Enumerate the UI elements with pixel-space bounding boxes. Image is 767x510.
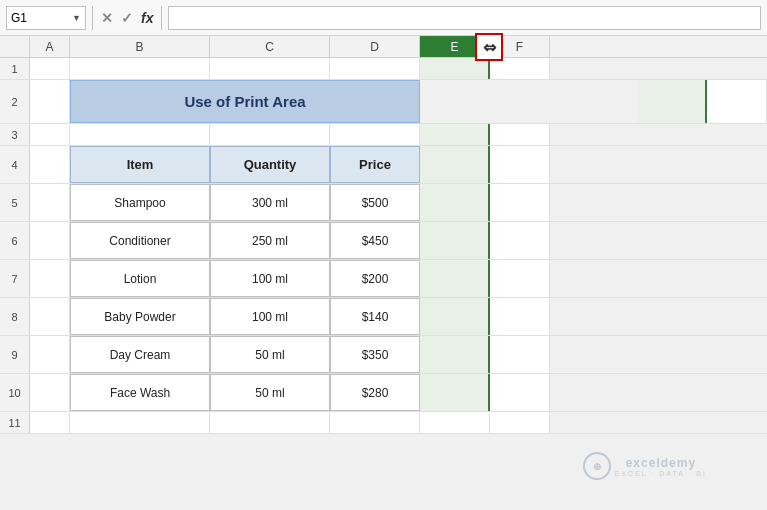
cell-C11[interactable]: [210, 412, 330, 433]
col-header-A[interactable]: A: [30, 36, 70, 57]
row-num-5: 5: [0, 184, 30, 221]
table-title-cell[interactable]: Use of Print Area: [70, 80, 420, 123]
cell-F4[interactable]: [490, 146, 550, 183]
cell-E1[interactable]: [420, 58, 490, 79]
confirm-formula-icon[interactable]: ✓: [119, 10, 135, 26]
cell-F9[interactable]: [490, 336, 550, 373]
cancel-formula-icon[interactable]: ✕: [99, 10, 115, 26]
cell-name-dropdown-arrow[interactable]: ▼: [72, 13, 81, 23]
cell-price-3[interactable]: $200: [330, 260, 420, 297]
header-price-label: Price: [359, 157, 391, 172]
cell-item-3[interactable]: Lotion: [70, 260, 210, 297]
row-num-11: 11: [0, 412, 30, 433]
cell-qty-1[interactable]: 300 ml: [210, 184, 330, 221]
cell-E2[interactable]: [637, 80, 707, 123]
cell-F8[interactable]: [490, 298, 550, 335]
formula-bar-divider: [92, 6, 93, 30]
cell-A2[interactable]: [30, 80, 70, 123]
cell-A1[interactable]: [30, 58, 70, 79]
header-item-label: Item: [127, 157, 154, 172]
cell-E4[interactable]: [420, 146, 490, 183]
formula-icons: ✕ ✓ fx: [99, 10, 155, 26]
cell-E6[interactable]: [420, 222, 490, 259]
row-9: 9 Day Cream 50 ml $350: [0, 336, 767, 374]
cell-item-1[interactable]: Shampoo: [70, 184, 210, 221]
cell-F10[interactable]: [490, 374, 550, 411]
col-header-C[interactable]: C: [210, 36, 330, 57]
cell-E10[interactable]: [420, 374, 490, 411]
cell-item-6[interactable]: Face Wash: [70, 374, 210, 411]
cell-price-5[interactable]: $350: [330, 336, 420, 373]
cell-F3[interactable]: [490, 124, 550, 145]
formula-bar: G1 ▼ ✕ ✓ fx: [0, 0, 767, 36]
cell-A5[interactable]: [30, 184, 70, 221]
header-price[interactable]: Price: [330, 146, 420, 183]
cell-C3[interactable]: [210, 124, 330, 145]
row-11: 11: [0, 412, 767, 434]
cell-E11[interactable]: [420, 412, 490, 433]
row-num-9: 9: [0, 336, 30, 373]
row-2: 2 Use of Print Area: [0, 80, 767, 124]
cell-B1[interactable]: [70, 58, 210, 79]
cell-E3[interactable]: [420, 124, 490, 145]
cell-qty-6[interactable]: 50 ml: [210, 374, 330, 411]
cell-F2[interactable]: [707, 80, 767, 123]
cell-A3[interactable]: [30, 124, 70, 145]
row-5: 5 Shampoo 300 ml $500: [0, 184, 767, 222]
column-resize-cursor[interactable]: ⇔: [475, 33, 503, 61]
cell-qty-2[interactable]: 250 ml: [210, 222, 330, 259]
row-num-2: 2: [0, 80, 30, 123]
resize-move-icon: ⇔: [483, 38, 496, 57]
row-num-1: 1: [0, 58, 30, 79]
row-num-corner: [0, 36, 30, 57]
column-headers-row: A B C D E ⇔ F: [0, 36, 767, 58]
header-quantity[interactable]: Quantity: [210, 146, 330, 183]
col-header-D[interactable]: D: [330, 36, 420, 57]
formula-input[interactable]: [168, 6, 761, 30]
cell-D11[interactable]: [330, 412, 420, 433]
cell-A7[interactable]: [30, 260, 70, 297]
cell-A8[interactable]: [30, 298, 70, 335]
cell-E8[interactable]: [420, 298, 490, 335]
cell-E9[interactable]: [420, 336, 490, 373]
cell-F11[interactable]: [490, 412, 550, 433]
cell-A6[interactable]: [30, 222, 70, 259]
cell-qty-5[interactable]: 50 ml: [210, 336, 330, 373]
cell-F7[interactable]: [490, 260, 550, 297]
row-num-8: 8: [0, 298, 30, 335]
cell-F5[interactable]: [490, 184, 550, 221]
col-header-E[interactable]: E ⇔: [420, 36, 490, 57]
row-6: 6 Conditioner 250 ml $450: [0, 222, 767, 260]
cell-E7[interactable]: [420, 260, 490, 297]
cell-price-6[interactable]: $280: [330, 374, 420, 411]
cell-price-2[interactable]: $450: [330, 222, 420, 259]
header-quantity-label: Quantity: [244, 157, 297, 172]
cell-name-box[interactable]: G1 ▼: [6, 6, 86, 30]
row-8: 8 Baby Powder 100 ml $140: [0, 298, 767, 336]
formula-input-divider: [161, 6, 162, 30]
cell-qty-3[interactable]: 100 ml: [210, 260, 330, 297]
fx-icon[interactable]: fx: [139, 10, 155, 26]
cell-F6[interactable]: [490, 222, 550, 259]
cell-qty-4[interactable]: 100 ml: [210, 298, 330, 335]
cell-F1[interactable]: [490, 58, 550, 79]
cell-E5[interactable]: [420, 184, 490, 221]
cell-C1[interactable]: [210, 58, 330, 79]
cell-price-4[interactable]: $140: [330, 298, 420, 335]
cell-A4[interactable]: [30, 146, 70, 183]
cell-A11[interactable]: [30, 412, 70, 433]
cell-item-2[interactable]: Conditioner: [70, 222, 210, 259]
cell-A9[interactable]: [30, 336, 70, 373]
col-header-B[interactable]: B: [70, 36, 210, 57]
cell-B11[interactable]: [70, 412, 210, 433]
cell-D3[interactable]: [330, 124, 420, 145]
cell-item-4[interactable]: Baby Powder: [70, 298, 210, 335]
row-7: 7 Lotion 100 ml $200: [0, 260, 767, 298]
cell-price-1[interactable]: $500: [330, 184, 420, 221]
cell-D1[interactable]: [330, 58, 420, 79]
header-item[interactable]: Item: [70, 146, 210, 183]
row-num-3: 3: [0, 124, 30, 145]
cell-B3[interactable]: [70, 124, 210, 145]
cell-item-5[interactable]: Day Cream: [70, 336, 210, 373]
cell-A10[interactable]: [30, 374, 70, 411]
